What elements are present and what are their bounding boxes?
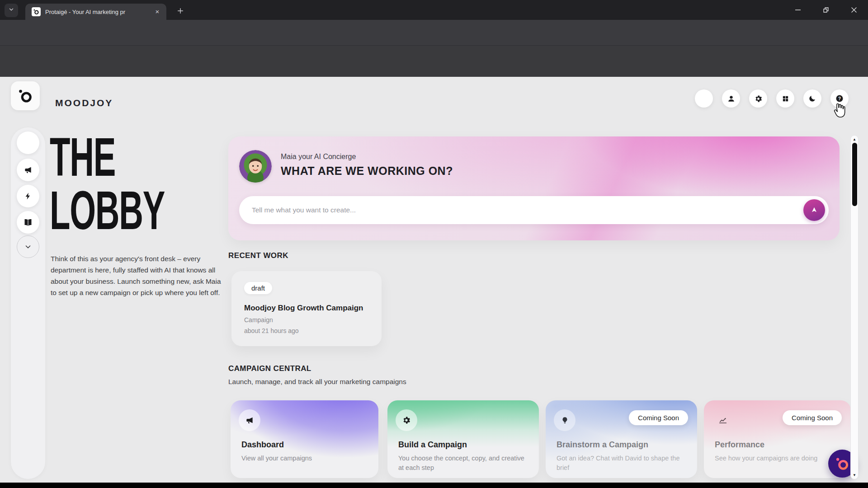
card-description: Got an idea? Chat with David to shape th… [557,454,686,473]
concierge-label: Maia your AI Concierge [281,153,356,161]
coming-soon-badge: Coming Soon [783,410,842,425]
page-title: THE LOBBY [50,130,165,237]
screen-bottom-edge [0,483,868,488]
dark-mode-button[interactable] [803,89,821,108]
card-brainstorm-campaign[interactable]: Coming Soon Brainstorm a Campaign Got an… [546,400,697,478]
page-title-line1: THE [50,130,165,183]
lightbulb-icon [561,416,569,425]
status-badge: draft [244,282,272,294]
plus-icon [177,7,184,14]
close-window-button[interactable] [840,0,868,20]
restore-button[interactable] [812,0,840,20]
help-button[interactable]: ? [830,89,849,108]
card-title: Performance [715,440,764,450]
close-icon [851,7,857,13]
chevron-down-icon [8,6,14,14]
recent-work-heading: RECENT WORK [228,251,288,260]
send-arrow-icon [810,206,819,215]
header-actions: ? [695,89,849,108]
recent-work-card[interactable]: draft Moodjoy Blog Growth Campaign Campa… [231,271,382,346]
app-logo[interactable] [11,81,40,110]
coming-soon-badge: Coming Soon [629,410,688,425]
grid-icon [782,95,789,103]
tab-list-button[interactable] [5,4,18,17]
card-icon-halo [554,409,576,431]
chart-up-icon [718,415,728,425]
content-scrollbar[interactable]: ▲ ▼ [851,136,858,479]
scrollbar-thumb[interactable] [852,143,857,206]
recent-card-title: Moodjoy Blog Growth Campaign [244,304,363,313]
sidebar-item-quick-actions[interactable] [17,185,39,207]
browser-toolbar: app.protaige.com/583f9601-944b-462e-bb95… [0,20,868,45]
card-dashboard[interactable]: Dashboard View all your campaigns [231,400,378,478]
maia-avatar [239,150,272,183]
gear-icon [402,416,411,425]
megaphone-icon [24,165,33,174]
page-top-dark-band [0,45,868,77]
card-icon-halo [396,409,417,431]
help-icon: ? [835,94,844,103]
recent-card-time: about 21 hours ago [244,327,299,334]
card-description: You choose the concept, copy, and creati… [398,454,528,473]
sidebar-expand-button[interactable] [17,235,39,258]
gear-icon [754,94,763,103]
lobby-page: MOODJOY ? [0,77,868,483]
profile-button[interactable] [722,89,740,108]
moon-icon [808,94,816,103]
send-button[interactable] [803,199,825,221]
protaige-chat-icon [835,456,850,471]
sidebar-item-library[interactable] [17,211,39,234]
user-icon [727,94,736,103]
settings-button[interactable] [749,89,767,108]
card-title: Brainstorm a Campaign [557,440,648,450]
card-build-campaign[interactable]: Build a Campaign You choose the concept,… [387,400,539,478]
browser-tabstrip: Protaigé - Your AI marketing pr × [0,0,868,20]
book-icon [24,218,33,227]
lightning-icon [24,192,32,200]
sidebar-item-home[interactable] [17,131,39,154]
browser-tab[interactable]: Protaigé - Your AI marketing pr × [25,4,166,20]
card-description: See how your campaigns are doing [715,454,840,463]
protaige-favicon-icon [32,7,41,16]
page-title-line2: LOBBY [50,183,165,237]
concierge-banner: Maia your AI Concierge WHAT ARE WE WORKI… [228,136,840,240]
card-icon-halo [712,409,734,431]
card-description: View all your campaigns [241,454,368,463]
recent-card-type: Campaign [244,316,273,324]
megaphone-icon [245,416,254,425]
apps-grid-button[interactable] [776,89,794,108]
restore-icon [823,7,829,13]
tab-title: Protaigé - Your AI marketing pr [45,9,144,15]
minimize-icon [795,7,801,13]
card-icon-halo [239,409,260,431]
create-prompt-input[interactable] [239,196,829,224]
campaign-central-heading: CAMPAIGN CENTRAL [228,364,311,373]
svg-text:?: ? [838,96,841,101]
screen: Protaigé - Your AI marketing pr × [0,0,868,488]
page-description: Think of this as your agency's front des… [51,253,226,298]
protaige-logo-icon [17,88,33,104]
campaign-central-subheading: Launch, manage, and track all your marke… [228,378,406,386]
workspace-name: MOODJOY [55,98,113,108]
card-title: Build a Campaign [398,440,467,450]
blank-status-button[interactable] [695,89,713,108]
new-tab-button[interactable] [174,4,187,18]
card-title: Dashboard [241,440,284,450]
window-controls [784,0,868,20]
tab-close-icon[interactable]: × [153,7,162,16]
concierge-headline: WHAT ARE WE WORKING ON? [281,164,453,178]
chevron-down-icon [24,243,32,251]
scroll-down-icon[interactable]: ▼ [851,473,858,477]
sidebar-item-campaigns[interactable] [17,159,39,181]
minimize-button[interactable] [784,0,812,20]
scroll-up-icon[interactable]: ▲ [851,137,858,141]
